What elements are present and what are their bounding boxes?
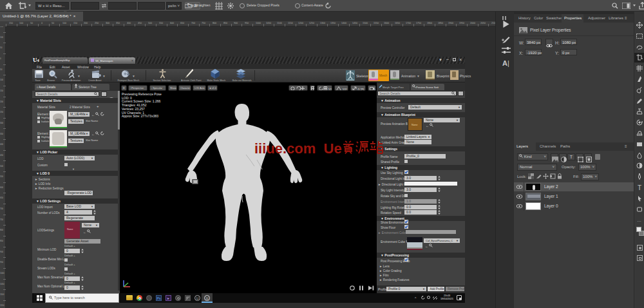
svg-text:T: T [638, 184, 641, 191]
